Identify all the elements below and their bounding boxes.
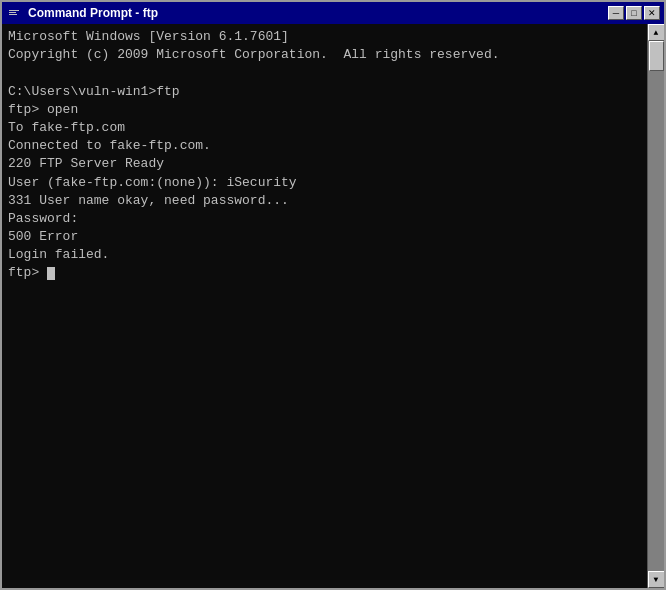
svg-rect-3 (9, 14, 17, 15)
window-controls: ─ □ ✕ (608, 6, 660, 20)
scroll-track[interactable] (648, 41, 665, 571)
close-button[interactable]: ✕ (644, 6, 660, 20)
minimize-button[interactable]: ─ (608, 6, 624, 20)
scroll-up-arrow[interactable]: ▲ (648, 24, 665, 41)
terminal-cursor (47, 267, 55, 280)
vertical-scrollbar[interactable]: ▲ ▼ (647, 24, 664, 588)
cmd-icon (6, 5, 22, 21)
terminal-output[interactable]: Microsoft Windows [Version 6.1.7601] Cop… (2, 24, 647, 588)
maximize-button[interactable]: □ (626, 6, 642, 20)
svg-rect-2 (9, 12, 16, 13)
title-bar-left: Command Prompt - ftp (6, 5, 158, 21)
scroll-down-arrow[interactable]: ▼ (648, 571, 665, 588)
scroll-thumb[interactable] (649, 41, 664, 71)
window-title: Command Prompt - ftp (28, 6, 158, 20)
cmd-window: Command Prompt - ftp ─ □ ✕ Microsoft Win… (0, 0, 666, 590)
svg-rect-1 (9, 10, 19, 11)
title-bar: Command Prompt - ftp ─ □ ✕ (2, 2, 664, 24)
content-area: Microsoft Windows [Version 6.1.7601] Cop… (2, 24, 664, 588)
